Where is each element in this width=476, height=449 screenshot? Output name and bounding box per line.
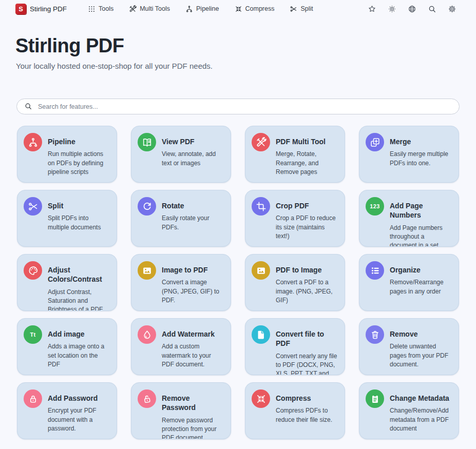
card-description: Merge, Rotate, Rearrange, and Remove pag…: [276, 150, 338, 176]
pipeline-icon: [185, 5, 193, 13]
rotate-icon: [138, 197, 156, 216]
card-add-watermark[interactable]: Add Watermark Add a custom watermark to …: [131, 318, 231, 375]
card-title: Change Metadata: [390, 394, 452, 403]
card-description: Convert nearly any file to PDF (DOCX, PN…: [276, 352, 338, 375]
hero-section: Stirling PDF Your locally hosted one-sto…: [0, 17, 476, 70]
search-input[interactable]: [16, 99, 460, 114]
tools-icon: [252, 133, 270, 151]
brand[interactable]: S Stirling PDF: [15, 4, 67, 14]
lock-icon: [24, 389, 42, 408]
card-crop-pdf[interactable]: Crop PDF Crop a PDF to reduce its size (…: [245, 190, 345, 247]
card-add-page-numbers[interactable]: 123 Add Page Numbers Add Page numbers th…: [359, 190, 459, 247]
card-title: Add Page Numbers: [390, 201, 452, 220]
page-title: Stirling PDF: [15, 35, 461, 57]
card-adjust-colors-contrast[interactable]: Adjust Colors/Contrast Adjust Contrast, …: [17, 254, 117, 311]
icon-glyph-text: Tt: [30, 331, 36, 338]
compress-icon: [235, 5, 242, 13]
card-description: Crop a PDF to reduce its size (maintains…: [276, 214, 338, 240]
card-description: Convert a image (PNG, JPEG, GIF) to PDF.: [162, 278, 224, 304]
card-merge[interactable]: Merge Easily merge multiple PDFs into on…: [359, 126, 459, 183]
card-remove-password[interactable]: Remove Password Remove password protecti…: [131, 382, 231, 439]
unlock-icon: [138, 389, 156, 408]
card-description: Easily rotate your PDFs.: [162, 214, 224, 231]
compress-icon: [252, 389, 270, 408]
card-title: Remove: [390, 329, 452, 339]
card-title: Convert file to PDF: [276, 329, 338, 348]
image-icon: [138, 261, 156, 280]
card-description: Easily merge multiple PDFs into one.: [390, 150, 452, 167]
card-title: Image to PDF: [162, 265, 224, 275]
nav-item-label: Split: [300, 5, 313, 12]
card-convert-file-to-pdf[interactable]: Convert file to PDF Convert nearly any f…: [245, 318, 345, 375]
card-description: Remove/Rearrange pages in any order: [390, 278, 452, 296]
numbers-icon: 123: [366, 197, 384, 216]
card-description: Split PDFs into multiple documents: [48, 214, 110, 231]
card-title: Rotate: [162, 201, 224, 210]
card-change-metadata[interactable]: Change Metadata Change/Remove/Add metada…: [359, 382, 459, 439]
sun-icon[interactable]: [387, 4, 396, 13]
card-title: PDF to Image: [276, 265, 338, 275]
clipboard-icon: [366, 389, 384, 408]
grid-icon: [88, 5, 96, 13]
feature-card-grid: Pipeline Run multiple actions on PDFs by…: [17, 126, 459, 439]
card-description: View, annotate, add text or images: [162, 150, 224, 167]
card-description: Change/Remove/Add metadata from a PDF do…: [390, 406, 452, 433]
card-title: Remove Password: [162, 394, 224, 413]
card-rotate[interactable]: Rotate Easily rotate your PDFs.: [131, 190, 231, 247]
card-split[interactable]: Split Split PDFs into multiple documents: [17, 190, 117, 247]
card-description: Add a custom watermark to your PDF docum…: [162, 342, 224, 368]
card-description: Encrypt your PDF document with a passwor…: [48, 406, 110, 433]
trash-icon: [366, 325, 384, 344]
card-description: Convert a PDF to a image. (PNG, JPEG, GI…: [276, 278, 338, 304]
top-navbar: S Stirling PDF Tools Multi Tools Pipelin…: [0, 0, 476, 17]
card-title: Compress: [276, 394, 338, 403]
nav-item-tools[interactable]: Tools: [80, 5, 121, 13]
nav-item-split[interactable]: Split: [282, 5, 320, 13]
nav-item-multi-tools[interactable]: Multi Tools: [121, 5, 178, 13]
card-title: Organize: [390, 265, 452, 275]
card-title: Crop PDF: [276, 201, 338, 210]
book-open-icon: [138, 133, 156, 151]
card-title: Merge: [390, 137, 452, 146]
file-icon: [252, 325, 270, 344]
card-title: View PDF: [162, 137, 224, 146]
nav-actions: [367, 4, 469, 13]
card-title: PDF Multi Tool: [276, 137, 338, 146]
nav-item-label: Compress: [245, 5, 275, 12]
card-add-password[interactable]: Add Password Encrypt your PDF document w…: [17, 382, 117, 439]
palette-icon: [24, 261, 42, 280]
search-icon[interactable]: [427, 4, 436, 13]
card-pdf-multi-tool[interactable]: PDF Multi Tool Merge, Rotate, Rearrange,…: [245, 126, 345, 183]
text-icon: Tt: [24, 325, 42, 344]
card-title: Pipeline: [48, 137, 110, 146]
scissors-icon: [24, 197, 42, 216]
scissors-icon: [290, 5, 297, 13]
gear-icon[interactable]: [447, 4, 456, 13]
card-view-pdf[interactable]: View PDF View, annotate, add text or ima…: [131, 126, 231, 183]
nav-item-label: Pipeline: [196, 5, 219, 12]
nav-menu: Tools Multi Tools Pipeline Compress Spli…: [80, 5, 321, 13]
card-description: Delete unwanted pages from your PDF docu…: [390, 342, 452, 368]
card-compress[interactable]: Compress Compress PDFs to reduce their f…: [245, 382, 345, 439]
image-icon: [252, 261, 270, 280]
card-organize[interactable]: Organize Remove/Rearrange pages in any o…: [359, 254, 459, 311]
star-icon[interactable]: [367, 4, 376, 13]
card-description: Compress PDFs to reduce their file size.: [276, 406, 338, 424]
pipeline-icon: [24, 133, 42, 151]
card-title: Add image: [48, 329, 110, 339]
merge-icon: [366, 133, 384, 151]
card-pdf-to-image[interactable]: PDF to Image Convert a PDF to a image. (…: [245, 254, 345, 311]
globe-icon[interactable]: [407, 4, 416, 13]
card-description: Add Page numbers throughout a document i…: [390, 224, 452, 247]
brand-name: Stirling PDF: [30, 5, 67, 13]
page-subtitle: Your locally hosted one-stop-shop for al…: [16, 62, 461, 70]
card-pipeline[interactable]: Pipeline Run multiple actions on PDFs by…: [17, 126, 117, 183]
nav-item-compress[interactable]: Compress: [227, 5, 282, 13]
card-add-image[interactable]: Tt Add image Adds a image onto a set loc…: [17, 318, 117, 375]
card-image-to-pdf[interactable]: Image to PDF Convert a image (PNG, JPEG,…: [131, 254, 231, 311]
card-description: Adds a image onto a set location on the …: [48, 342, 110, 368]
card-remove[interactable]: Remove Delete unwanted pages from your P…: [359, 318, 459, 375]
tools-icon: [129, 5, 137, 13]
nav-item-pipeline[interactable]: Pipeline: [178, 5, 226, 13]
stirling-logo-icon: S: [15, 4, 26, 14]
